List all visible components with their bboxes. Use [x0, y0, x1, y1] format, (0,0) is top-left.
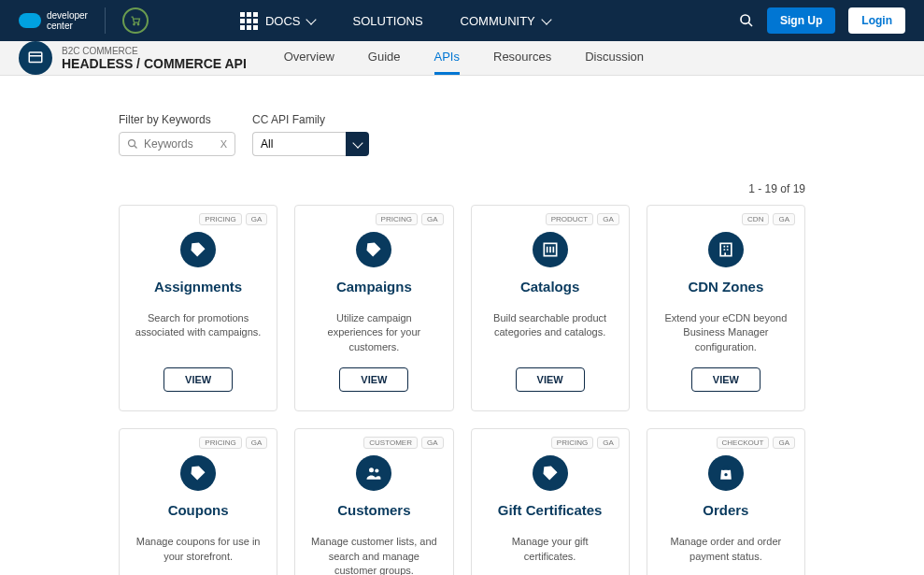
badge: GA: [246, 437, 268, 449]
top-bar: developer center DOCS SOLUTIONS COMMUNIT…: [0, 0, 924, 41]
sub-header: B2C COMMERCE HEADLESS / COMMERCE API Ove…: [0, 41, 924, 76]
card-badges: PRICINGGA: [376, 213, 444, 225]
keywords-input[interactable]: [144, 137, 215, 151]
nav-docs[interactable]: DOCS: [240, 12, 316, 30]
people-icon: [356, 455, 391, 491]
tab-overview[interactable]: Overview: [284, 41, 334, 75]
card-badges: CUSTOMERGA: [363, 437, 443, 449]
subheader-left: B2C COMMERCE HEADLESS / COMMERCE API: [19, 41, 247, 75]
svg-point-7: [369, 467, 374, 472]
api-card: PRICINGGA Gift Certificates Manage your …: [471, 428, 630, 575]
card-badges: CDNGA: [742, 213, 795, 225]
card-title: Orders: [703, 502, 748, 518]
badge: CDN: [742, 213, 769, 225]
login-button[interactable]: Login: [848, 7, 905, 34]
svg-point-9: [724, 473, 727, 476]
filters: Filter by Keywords X CC API Family All: [119, 113, 805, 156]
tag-icon: [180, 232, 216, 267]
nav-community[interactable]: COMMUNITY: [461, 14, 550, 28]
nav-solutions[interactable]: SOLUTIONS: [352, 14, 422, 28]
clear-button[interactable]: X: [220, 138, 227, 150]
subheader-category: B2C COMMERCE: [62, 46, 247, 56]
tab-discussion[interactable]: Discussion: [585, 41, 644, 75]
tag-icon: [180, 455, 216, 491]
badge: GA: [773, 213, 795, 225]
badge: CUSTOMER: [363, 437, 418, 449]
bag-icon: [708, 455, 744, 491]
badge: GA: [597, 437, 619, 449]
tab-apis[interactable]: APIs: [434, 41, 460, 75]
card-desc: Utilize campaign experiences for your cu…: [308, 311, 439, 354]
chevron-down-icon: [352, 137, 362, 148]
signup-button[interactable]: Sign Up: [767, 7, 835, 34]
card-badges: PRODUCTGA: [546, 213, 619, 225]
card-desc: Build searchable product categories and …: [485, 311, 616, 354]
divider: [105, 7, 106, 34]
view-button[interactable]: VIEW: [339, 367, 408, 392]
svg-point-2: [741, 15, 749, 23]
api-card: PRODUCTGA Catalogs Build searchable prod…: [471, 205, 630, 411]
view-button[interactable]: VIEW: [691, 367, 761, 392]
badge: PRICING: [551, 437, 593, 449]
building-icon: [708, 232, 744, 267]
api-card: PRICINGGA Coupons Manage coupons for use…: [119, 428, 277, 575]
tag-icon: [533, 455, 568, 491]
cart-logo[interactable]: [122, 7, 149, 34]
api-card: CUSTOMERGA Customers Manage customer lis…: [294, 428, 453, 575]
api-card: PRICINGGA Campaigns Utilize campaign exp…: [294, 205, 453, 411]
content: Filter by Keywords X CC API Family All 1…: [0, 76, 924, 575]
api-card: CHECKOUTGA Orders Manage order and order…: [647, 428, 805, 575]
filter-label: Filter by Keywords: [119, 113, 235, 126]
badge: GA: [246, 213, 268, 225]
card-title: Coupons: [168, 502, 229, 518]
badge: GA: [421, 437, 444, 449]
logo-text: developer center: [47, 10, 88, 31]
card-badges: PRICINGGA: [551, 437, 619, 449]
api-card: PRICINGGA Assignments Search for promoti…: [119, 205, 277, 411]
badge: CHECKOUT: [717, 437, 770, 449]
topbar-left: developer center DOCS SOLUTIONS COMMUNIT…: [19, 7, 550, 34]
filter-family: CC API Family All: [252, 113, 369, 156]
family-select[interactable]: All: [252, 132, 369, 156]
subheader-title: HEADLESS / COMMERCE API: [62, 56, 247, 71]
logo[interactable]: developer center: [19, 10, 88, 31]
topbar-nav: DOCS SOLUTIONS COMMUNITY: [240, 12, 550, 30]
view-button[interactable]: VIEW: [516, 367, 585, 392]
card-badges: CHECKOUTGA: [717, 437, 795, 449]
tab-resources[interactable]: Resources: [493, 41, 551, 75]
api-card: CDNGA CDN Zones Extend your eCDN beyond …: [647, 205, 805, 411]
card-desc: Extend your eCDN beyond Business Manager…: [661, 311, 791, 354]
subheader-tabs: Overview Guide APIs Resources Discussion: [284, 41, 644, 75]
search-icon: [127, 138, 138, 150]
card-title: Campaigns: [336, 279, 412, 295]
cart-icon: [129, 15, 142, 26]
badge: PRODUCT: [546, 213, 594, 225]
keywords-input-wrap: X: [119, 132, 235, 156]
chevron-down-icon: [541, 14, 551, 24]
badge: GA: [597, 213, 619, 225]
badge: PRICING: [199, 437, 241, 449]
card-title: Gift Certificates: [498, 502, 603, 518]
family-value: All: [252, 132, 346, 156]
tag-icon: [356, 232, 391, 267]
result-count: 1 - 19 of 19: [119, 182, 805, 195]
svg-rect-3: [29, 52, 42, 63]
apps-icon: [240, 12, 258, 30]
catalog-icon: [533, 232, 568, 267]
badge: PRICING: [376, 213, 418, 225]
view-button[interactable]: VIEW: [163, 367, 233, 392]
svg-point-8: [376, 469, 379, 473]
card-title: CDN Zones: [688, 279, 763, 295]
chevron-down-icon: [306, 14, 317, 24]
tab-guide[interactable]: Guide: [368, 41, 401, 75]
badge: GA: [773, 437, 795, 449]
card-desc: Manage coupons for use in your storefron…: [133, 535, 263, 575]
card-desc: Manage your gift certificates.: [485, 535, 616, 575]
search-icon[interactable]: [739, 13, 754, 28]
badge: GA: [421, 213, 444, 225]
card-desc: Search for promotions associated with ca…: [133, 311, 263, 354]
topbar-right: Sign Up Login: [739, 7, 905, 34]
family-dropdown-button[interactable]: [346, 132, 369, 156]
card-badges: PRICINGGA: [199, 437, 267, 449]
badge: PRICING: [199, 213, 241, 225]
